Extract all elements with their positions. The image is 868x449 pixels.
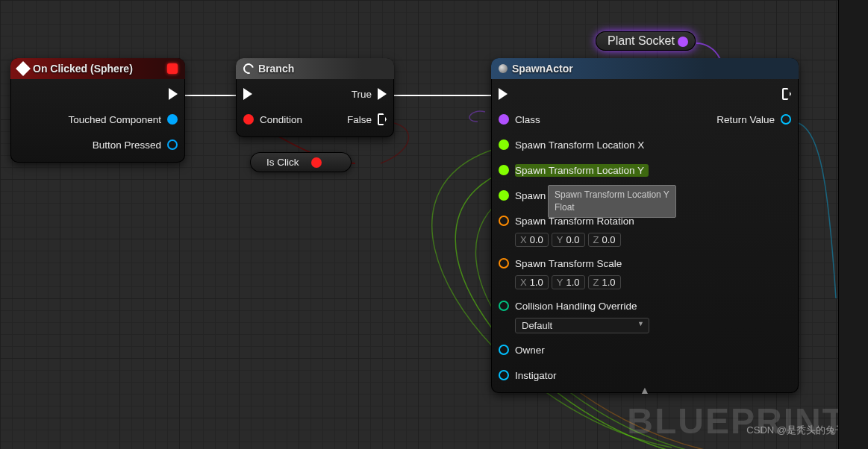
variable-plant-socket[interactable]: Plant Socket — [596, 31, 696, 51]
collision-pin[interactable] — [499, 301, 509, 311]
rot-z-input[interactable]: Z0.0 — [588, 233, 621, 247]
loc-x-label: Spawn Transform Location X — [515, 139, 644, 151]
class-label: Class — [515, 114, 540, 125]
return-label: Return Value — [716, 114, 775, 125]
owner-pin[interactable] — [499, 345, 509, 355]
collision-dropdown[interactable]: Default — [515, 318, 649, 333]
rotation-inputs: X0.0 Y0.0 Z0.0 — [515, 233, 791, 247]
node-title: SpawnActor — [512, 63, 573, 75]
tooltip: Spawn Transform Location Y Float — [548, 185, 676, 218]
branch-icon — [241, 61, 255, 75]
node-header[interactable]: SpawnActor — [491, 58, 799, 79]
true-exec-pin[interactable] — [378, 88, 387, 100]
scl-y-input[interactable]: Y1.0 — [552, 275, 585, 289]
return-value-pin[interactable] — [781, 114, 791, 125]
instigator-pin[interactable] — [499, 370, 509, 380]
variable-is-click[interactable]: Is Click — [250, 152, 352, 172]
output-label: Button Pressed — [93, 139, 161, 151]
rotation-pin[interactable] — [499, 216, 509, 226]
loc-y-pin[interactable] — [499, 165, 509, 175]
loc-y-label: Spawn Transform Location Y — [515, 164, 649, 177]
collision-label: Collision Handling Override — [515, 301, 637, 312]
exec-in-pin[interactable] — [499, 88, 508, 100]
scale-label: Spawn Transform Scale — [515, 258, 622, 269]
node-spawn-actor[interactable]: SpawnActor Class Return Value Spawn Tran… — [491, 58, 799, 393]
condition-pin[interactable] — [243, 114, 254, 125]
delegate-pin[interactable] — [167, 63, 178, 74]
node-title: Branch — [258, 63, 294, 75]
false-label: False — [347, 114, 372, 125]
rot-x-input[interactable]: X0.0 — [515, 233, 549, 247]
node-title: On Clicked (Sphere) — [33, 63, 133, 75]
class-pin[interactable] — [499, 114, 509, 125]
button-pressed-pin[interactable] — [167, 139, 178, 150]
right-panel-edge — [838, 0, 868, 449]
true-label: True — [352, 89, 372, 100]
scl-z-input[interactable]: Z1.0 — [588, 275, 621, 289]
output-label: Touched Component — [68, 114, 161, 125]
is-click-out-pin[interactable] — [311, 157, 322, 168]
rot-y-input[interactable]: Y0.0 — [552, 233, 585, 247]
condition-label: Condition — [260, 114, 302, 125]
expand-arrow-icon[interactable]: ▲ — [640, 384, 650, 396]
node-on-clicked[interactable]: On Clicked (Sphere) Touched Component Bu… — [10, 58, 185, 163]
node-header[interactable]: Branch — [236, 58, 394, 79]
loc-z-pin[interactable] — [499, 190, 509, 201]
variable-label: Plant Socket — [608, 34, 675, 47]
instigator-label: Instigator — [515, 370, 557, 381]
plant-socket-pin[interactable] — [678, 37, 688, 47]
exec-out-pin[interactable] — [782, 88, 791, 100]
owner-label: Owner — [515, 345, 545, 356]
scale-inputs: X1.0 Y1.0 Z1.0 — [515, 275, 791, 289]
false-exec-pin[interactable] — [378, 113, 387, 125]
loc-x-pin[interactable] — [499, 139, 509, 150]
node-header[interactable]: On Clicked (Sphere) — [10, 58, 185, 79]
spawn-icon — [499, 64, 508, 73]
event-icon — [16, 61, 31, 76]
touched-component-pin[interactable] — [167, 114, 178, 125]
node-branch[interactable]: Branch True Condition False — [236, 58, 394, 137]
variable-label: Is Click — [266, 157, 299, 168]
exec-out-pin[interactable] — [169, 88, 178, 100]
exec-in-pin[interactable] — [243, 88, 252, 100]
scl-x-input[interactable]: X1.0 — [515, 275, 549, 289]
scale-pin[interactable] — [499, 258, 509, 269]
